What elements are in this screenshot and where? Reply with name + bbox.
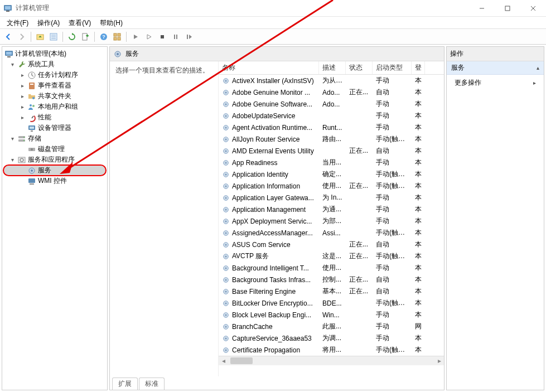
service-row[interactable]: AVCTP 服务这是...正在...手动(触发...本: [219, 250, 444, 262]
scroll-thumb[interactable]: [230, 357, 253, 364]
service-row[interactable]: App Readiness当用...手动本: [219, 157, 444, 168]
svg-rect-16: [118, 33, 120, 36]
col-desc[interactable]: 描述: [319, 61, 346, 74]
service-row[interactable]: BitLocker Drive Encryptio...BDE...手动(触发.…: [219, 297, 444, 309]
tree-device-manager[interactable]: ▸ 设备管理器: [3, 123, 106, 133]
scroll-right-icon[interactable]: ▸: [434, 356, 444, 366]
service-account: 本: [412, 251, 425, 261]
expand-icon[interactable]: ▸: [19, 72, 26, 79]
service-row[interactable]: Certificate Propagation将用...手动(触发...本: [219, 344, 444, 356]
export-button[interactable]: [79, 31, 91, 43]
pause-button[interactable]: [170, 31, 182, 43]
service-row[interactable]: Application Identity确定...手动(触发...本: [219, 168, 444, 180]
play-button[interactable]: [129, 31, 142, 43]
gear-icon: [222, 323, 230, 331]
close-button[interactable]: [520, 0, 546, 17]
collapse-icon[interactable]: ▾: [9, 157, 16, 163]
col-startup[interactable]: 启动类型: [373, 61, 412, 74]
expand-icon[interactable]: ▸: [19, 104, 26, 110]
tree-root[interactable]: 计算机管理(本地): [3, 49, 106, 59]
gear-icon: [113, 50, 122, 59]
service-row[interactable]: Base Filtering Engine基本...正在...自动本: [219, 285, 444, 297]
menu-file[interactable]: 文件(F): [2, 17, 33, 28]
scroll-left-icon[interactable]: ◂: [219, 356, 228, 366]
services-list[interactable]: 名称 描述 状态 启动类型 登 ActiveX Installer (AxIns…: [219, 61, 444, 376]
restart-button[interactable]: [183, 31, 195, 43]
service-row[interactable]: BranchCache此服...手动网: [219, 321, 444, 332]
expand-icon[interactable]: ▸: [19, 83, 26, 89]
tree-wmi[interactable]: ▸ WMI 控件: [3, 176, 106, 186]
svg-rect-36: [31, 130, 33, 132]
help-button[interactable]: ?: [98, 31, 110, 43]
service-startup: 手动: [373, 123, 412, 132]
actions-section[interactable]: 服务 ▴: [447, 61, 544, 75]
service-startup: 自动: [373, 146, 412, 156]
gear-icon: [222, 100, 230, 108]
tree-task-scheduler[interactable]: ▸ 任务计划程序: [3, 70, 106, 80]
service-desc: 为从 ...: [319, 76, 346, 85]
stop-button[interactable]: [156, 31, 168, 43]
tree-local-users[interactable]: ▸ 本地用户和组: [3, 101, 106, 112]
tree-performance[interactable]: ▸ 性能: [3, 112, 106, 123]
actions-more[interactable]: 更多操作 ▸: [447, 75, 544, 91]
tree-disk-mgmt[interactable]: ▸ 磁盘管理: [3, 144, 106, 154]
tab-extended[interactable]: 扩展: [112, 378, 138, 390]
service-desc: 控制...: [319, 275, 346, 284]
service-row[interactable]: AMD External Events Utility正在...自动本: [219, 145, 444, 157]
view-options-button[interactable]: [111, 31, 123, 43]
service-row[interactable]: CaptureService_36aaea53为调...手动本: [219, 332, 444, 344]
service-row[interactable]: Application Information使用...正在...手动(触发..…: [219, 180, 444, 192]
wrench-icon: [17, 60, 26, 69]
nav-back-button[interactable]: [2, 31, 15, 43]
description-text: 选择一个项目来查看它的描述。: [115, 66, 209, 74]
service-row[interactable]: Application Management为通...手动本: [219, 204, 444, 215]
service-row[interactable]: Agent Activation Runtime...Runt...手动本: [219, 122, 444, 133]
tab-standard[interactable]: 标准: [139, 378, 165, 390]
tree-event-viewer[interactable]: ▸ 事件查看器: [3, 80, 106, 91]
tree-panel[interactable]: 计算机管理(本地) ▾ 系统工具 ▸ 任务计划程序 ▸ 事件查看器 ▸ 共享文件…: [2, 46, 108, 390]
minimize-button[interactable]: [469, 0, 495, 17]
service-row[interactable]: Application Layer Gatewa...为 In...手动本: [219, 192, 444, 204]
tree-services[interactable]: ▸ 服务: [3, 165, 106, 176]
service-row[interactable]: Block Level Backup Engi...Win...手动本: [219, 309, 444, 321]
service-desc: 此服...: [319, 322, 346, 331]
tree-storage[interactable]: ▾ 存储: [3, 133, 106, 144]
collapse-icon[interactable]: ▾: [9, 61, 16, 68]
up-button[interactable]: [34, 31, 46, 43]
svg-point-79: [225, 244, 226, 245]
refresh-button[interactable]: [66, 31, 78, 43]
service-account: 本: [412, 205, 425, 214]
expand-icon[interactable]: ▸: [19, 114, 26, 121]
menu-help[interactable]: 帮助(H): [95, 17, 127, 28]
service-row[interactable]: Adobe Genuine Monitor ...Ado...正在...自动本: [219, 86, 444, 98]
service-row[interactable]: Background Intelligent T...使用...手动本: [219, 262, 444, 274]
tree-system-tools[interactable]: ▾ 系统工具: [3, 59, 106, 70]
col-status[interactable]: 状态: [346, 61, 373, 74]
expand-icon[interactable]: ▸: [19, 93, 26, 100]
service-row[interactable]: AdobeUpdateService手动本: [219, 110, 444, 122]
tree-shared-folders[interactable]: ▸ 共享文件夹: [3, 91, 106, 101]
service-row[interactable]: AppX Deployment Servic...为部...手动本: [219, 215, 444, 227]
maximize-button[interactable]: [495, 0, 520, 17]
service-row[interactable]: ActiveX Installer (AxInstSV)为从 ...手动本: [219, 75, 444, 86]
gear-icon: [222, 299, 230, 307]
nav-forward-button[interactable]: [16, 31, 28, 43]
menu-action[interactable]: 操作(A): [33, 17, 64, 28]
col-name[interactable]: 名称: [219, 61, 319, 74]
horizontal-scrollbar[interactable]: ◂ ▸: [219, 356, 444, 365]
service-row[interactable]: Adobe Genuine Software...Ado...手动本: [219, 98, 444, 110]
service-account: 本: [412, 333, 425, 343]
play-alt-button[interactable]: [143, 31, 155, 43]
service-row[interactable]: Background Tasks Infras...控制...正在...自动本: [219, 274, 444, 285]
service-row[interactable]: AllJoyn Router Service路由...手动(触发...本: [219, 133, 444, 145]
svg-point-30: [30, 104, 32, 107]
service-row[interactable]: AssignedAccessManager...Assi...手动(触发...本: [219, 227, 444, 239]
menu-view[interactable]: 查看(V): [64, 17, 95, 28]
service-row[interactable]: ASUS Com Service正在...自动本: [219, 239, 444, 250]
svg-point-46: [31, 170, 33, 172]
service-name: Adobe Genuine Software...: [232, 100, 312, 108]
properties-button[interactable]: [47, 31, 60, 43]
tree-services-apps[interactable]: ▾ 服务和应用程序: [3, 154, 106, 165]
collapse-icon[interactable]: ▾: [9, 135, 16, 142]
col-account[interactable]: 登: [412, 61, 425, 74]
